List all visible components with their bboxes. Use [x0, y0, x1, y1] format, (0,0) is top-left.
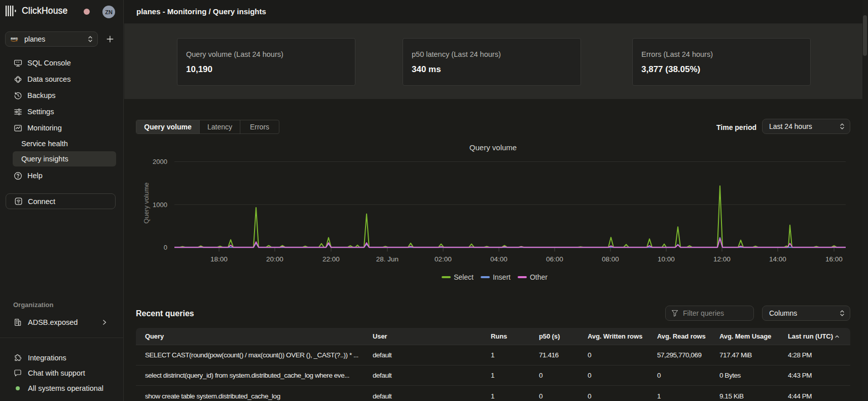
svg-text:1000: 1000 — [153, 201, 167, 209]
svg-text:0: 0 — [164, 244, 167, 251]
svg-text:aws: aws — [11, 36, 18, 41]
svg-text:2000: 2000 — [153, 158, 167, 165]
svg-text:08:00: 08:00 — [602, 255, 619, 263]
svg-text:18:00: 18:00 — [210, 255, 228, 263]
svg-text:20:00: 20:00 — [266, 255, 283, 263]
svg-text:02:00: 02:00 — [435, 255, 452, 263]
svg-text:12:00: 12:00 — [713, 255, 731, 263]
svg-text:04:00: 04:00 — [490, 255, 508, 263]
svg-text:Query volume: Query volume — [142, 183, 150, 224]
svg-text:28. Jun: 28. Jun — [376, 255, 399, 263]
svg-text:16:00: 16:00 — [825, 255, 843, 263]
svg-text:22:00: 22:00 — [322, 255, 340, 263]
svg-text:14:00: 14:00 — [769, 255, 786, 263]
svg-text:10:00: 10:00 — [658, 255, 675, 263]
svg-text:06:00: 06:00 — [546, 255, 563, 263]
